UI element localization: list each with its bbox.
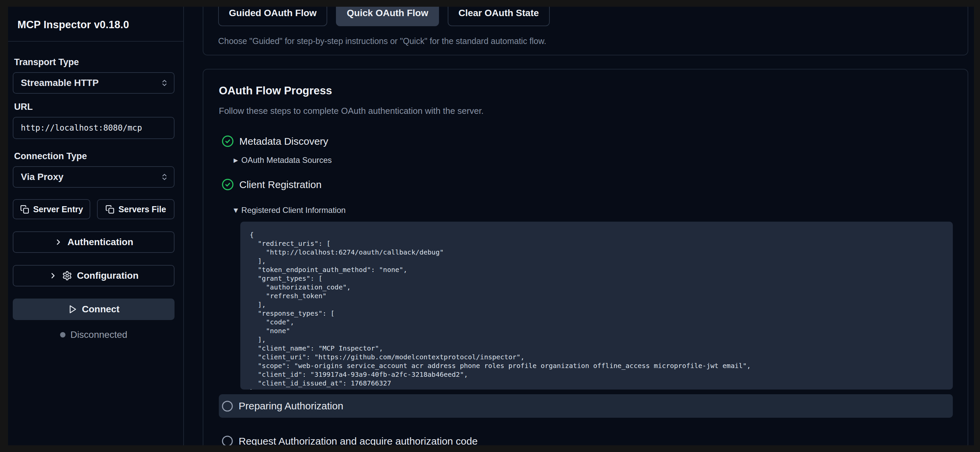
status-dot-icon bbox=[60, 332, 65, 337]
authentication-button[interactable]: Authentication bbox=[13, 232, 175, 253]
oauth-metadata-sources-toggle[interactable]: ▶ OAuth Metadata Sources bbox=[234, 155, 953, 165]
registered-client-json[interactable]: { "redirect_uris": [ "http://localhost:6… bbox=[240, 222, 953, 390]
step-preparing-authorization: Preparing Authorization bbox=[219, 394, 953, 418]
url-label: URL bbox=[14, 102, 175, 112]
oauth-steps-list: Metadata Discovery ▶ OAuth Metadata Sour… bbox=[219, 135, 953, 445]
oauth-toolbar-row: Guided OAuth Flow Quick OAuth Flow Clear… bbox=[218, 7, 953, 26]
transport-type-label: Transport Type bbox=[14, 57, 175, 67]
oauth-toolbar-card: Guided OAuth Flow Quick OAuth Flow Clear… bbox=[203, 7, 968, 56]
step-metadata-discovery: Metadata Discovery bbox=[219, 135, 953, 147]
sidebar-body: Transport Type Streamable HTTP URL Conne… bbox=[8, 42, 183, 340]
guided-oauth-flow-button[interactable]: Guided OAuth Flow bbox=[218, 7, 327, 26]
server-entry-label: Server Entry bbox=[33, 204, 83, 214]
servers-file-button[interactable]: Servers File bbox=[97, 199, 175, 219]
configuration-label: Configuration bbox=[77, 270, 138, 281]
disclosure-label: OAuth Metadata Sources bbox=[241, 155, 332, 165]
step-title: Client Registration bbox=[239, 179, 321, 190]
step-title: Metadata Discovery bbox=[239, 136, 328, 147]
disclosure-label: Registered Client Information bbox=[241, 206, 346, 215]
url-input[interactable] bbox=[13, 117, 175, 139]
app-window: MCP Inspector v0.18.0 Transport Type Str… bbox=[8, 7, 974, 445]
quick-oauth-flow-button[interactable]: Quick OAuth Flow bbox=[336, 7, 439, 26]
connection-type-value: Via Proxy bbox=[21, 172, 64, 182]
step-title: Preparing Authorization bbox=[239, 400, 343, 412]
transport-type-value: Streamable HTTP bbox=[21, 78, 99, 88]
server-entry-button[interactable]: Server Entry bbox=[13, 199, 90, 219]
gear-icon bbox=[62, 271, 72, 281]
servers-file-label: Servers File bbox=[118, 204, 166, 214]
check-circle-icon bbox=[221, 135, 234, 147]
registered-client-information-toggle[interactable]: ▼ Registered Client Information bbox=[234, 206, 953, 215]
server-buttons-row: Server Entry Servers File bbox=[13, 199, 175, 219]
step-title: Request Authorization and acquire author… bbox=[239, 436, 477, 446]
connect-label: Connect bbox=[82, 304, 119, 315]
page: { "app": { "title": "MCP Inspector v0.18… bbox=[0, 0, 980, 452]
connect-button[interactable]: Connect bbox=[13, 299, 175, 320]
authentication-label: Authentication bbox=[67, 237, 133, 248]
copy-icon bbox=[20, 205, 29, 214]
empty-circle-icon bbox=[221, 435, 233, 445]
main-content: Guided OAuth Flow Quick OAuth Flow Clear… bbox=[184, 7, 974, 445]
play-icon bbox=[68, 305, 77, 314]
app-title: MCP Inspector v0.18.0 bbox=[18, 19, 174, 31]
step-client-registration: Client Registration bbox=[219, 178, 953, 191]
copy-icon bbox=[105, 205, 115, 214]
progress-subtitle: Follow these steps to complete OAuth aut… bbox=[219, 106, 953, 116]
sidebar-header: MCP Inspector v0.18.0 bbox=[8, 7, 183, 42]
oauth-flow-hint: Choose "Guided" for step-by-step instruc… bbox=[218, 36, 953, 46]
connection-type-label: Connection Type bbox=[14, 151, 175, 161]
step-request-authorization: Request Authorization and acquire author… bbox=[219, 435, 953, 445]
transport-type-select[interactable]: Streamable HTTP bbox=[13, 72, 175, 94]
clear-oauth-state-button[interactable]: Clear OAuth State bbox=[448, 7, 550, 26]
chevron-right-icon bbox=[54, 238, 63, 246]
check-circle-icon bbox=[221, 178, 234, 191]
chevrons-up-down-icon bbox=[161, 173, 169, 181]
connection-status-label: Disconnected bbox=[70, 329, 127, 340]
chevrons-up-down-icon bbox=[161, 79, 169, 87]
configuration-button[interactable]: Configuration bbox=[13, 265, 175, 286]
chevron-right-icon bbox=[49, 272, 57, 280]
empty-circle-icon bbox=[221, 400, 233, 412]
sidebar: MCP Inspector v0.18.0 Transport Type Str… bbox=[8, 7, 184, 445]
oauth-flow-progress-card: OAuth Flow Progress Follow these steps t… bbox=[203, 69, 968, 445]
triangle-down-icon: ▼ bbox=[234, 208, 238, 213]
triangle-right-icon: ▶ bbox=[234, 158, 238, 163]
connection-type-select[interactable]: Via Proxy bbox=[13, 166, 175, 188]
progress-title: OAuth Flow Progress bbox=[219, 84, 953, 97]
connection-status: Disconnected bbox=[13, 329, 175, 340]
